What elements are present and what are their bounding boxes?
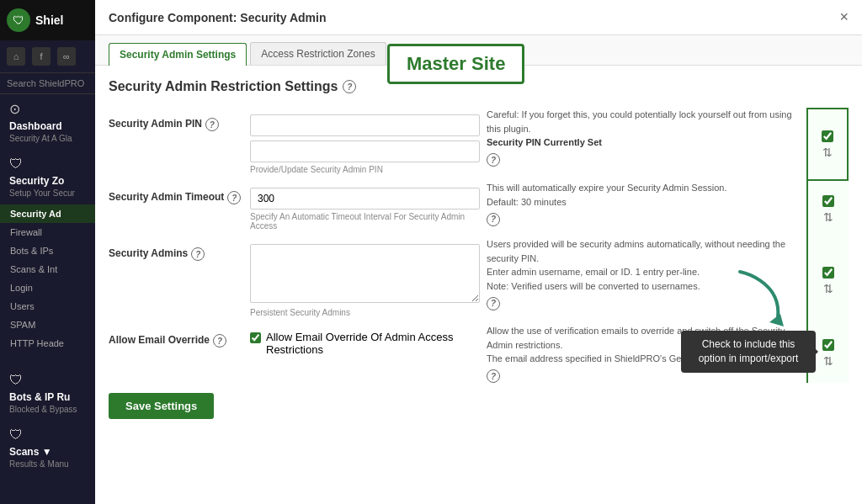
sidebar-item-dashboard[interactable]: ⊙ Dashboard Security At A Gla: [0, 94, 95, 150]
bots-ip-ru-label: Bots & IP Ru: [9, 391, 88, 403]
http-head-label: HTTP Heade: [10, 338, 64, 348]
firewall-label: Firewall: [10, 227, 42, 237]
home-icon[interactable]: ⌂: [7, 47, 25, 66]
search-label: Search ShieldPRO: [7, 78, 88, 88]
pin-desc-help[interactable]: ?: [487, 153, 500, 167]
admins-input-area: Persistent Security Admins: [243, 237, 487, 324]
admins-label: Security Admins ?: [109, 237, 243, 324]
admins-checkbox[interactable]: [822, 267, 834, 279]
email-override-input-area: Allow Email Override Of Admin Access Res…: [243, 324, 487, 383]
master-site-badge: Master Site: [387, 44, 524, 84]
pin-input-1[interactable]: [250, 114, 480, 136]
pin-desc-bold: Security PIN Currently Set: [487, 135, 806, 150]
sidebar-item-scans-bottom[interactable]: 🛡 Scans ▼ Results & Manu: [0, 421, 95, 475]
sidebar-item-http-head[interactable]: HTTP Heade: [0, 334, 95, 353]
arrow-indicator: [732, 263, 790, 333]
logo-text: Shiel: [35, 13, 63, 27]
timeout-hint: Specify An Automatic Timeout Interval Fo…: [250, 212, 480, 231]
spam-label: SPAM: [10, 320, 35, 330]
scans-label: Scans & Int: [10, 264, 57, 274]
admins-action: ⇅: [806, 237, 849, 324]
bots-ips-label: Bots & IPs: [10, 246, 53, 256]
close-button[interactable]: ×: [839, 8, 849, 26]
save-button[interactable]: Save Settings: [109, 393, 214, 419]
sidebar-nav: ⊙ Dashboard Security At A Gla 🛡 Security…: [0, 94, 95, 504]
timeout-checkbox[interactable]: [822, 195, 834, 207]
email-override-sort-icon[interactable]: ⇅: [823, 354, 833, 368]
email-override-action-checkbox[interactable]: [822, 339, 834, 351]
sidebar-item-bots-ip-ru[interactable]: 🛡 Bots & IP Ru Blocked & Bypass: [0, 366, 95, 421]
admins-hint: Persistent Security Admins: [250, 308, 480, 317]
admins-help-icon[interactable]: ?: [191, 247, 205, 261]
logo-icon: 🛡: [7, 8, 30, 32]
sidebar-item-scans[interactable]: Scans & Int: [0, 260, 95, 279]
login-label: Login: [10, 283, 33, 293]
timeout-input-area: Specify An Automatic Timeout Interval Fo…: [243, 181, 487, 237]
email-override-checkbox-label[interactable]: Allow Email Override Of Admin Access Res…: [250, 331, 480, 356]
email-override-help-icon[interactable]: ?: [213, 334, 226, 347]
timeout-help-icon[interactable]: ?: [227, 191, 241, 204]
timeout-input[interactable]: [250, 188, 480, 210]
timeout-action: ⇅: [806, 181, 849, 237]
pin-sort-icon[interactable]: ⇅: [822, 146, 833, 159]
users-label: Users: [10, 301, 35, 311]
security-zones-sub: Setup Your Secur: [9, 188, 88, 198]
master-site-label: Master Site: [407, 53, 505, 74]
security-zones-icon: 🛡: [9, 157, 88, 172]
sidebar-logo: 🛡 Shiel: [0, 0, 95, 40]
sidebar-item-spam[interactable]: SPAM: [0, 316, 95, 334]
dashboard-icon: ⊙: [9, 101, 88, 117]
email-override-checkbox[interactable]: [250, 332, 261, 343]
dashboard-label: Dashboard: [9, 120, 88, 132]
pin-label: Security Admin PIN ?: [109, 108, 243, 181]
pin-hint: Provide/Update Security Admin PIN: [250, 165, 480, 174]
email-override-desc-help[interactable]: ?: [487, 369, 500, 383]
timeout-label: Security Admin Timeout ?: [109, 181, 243, 237]
section-help-icon[interactable]: ?: [343, 80, 356, 93]
dashboard-sub: Security At A Gla: [9, 134, 88, 143]
pin-input-area: Provide/Update Security Admin PIN: [243, 108, 487, 181]
security-admin-label: Security Ad: [10, 209, 61, 219]
timeout-desc: This will automatically expire your Secu…: [487, 181, 806, 237]
sidebar-item-users[interactable]: Users: [0, 297, 95, 316]
dialog-header: Configure Component: Security Admin ×: [95, 0, 862, 35]
sidebar-item-security-admin[interactable]: Security Ad: [0, 204, 95, 223]
admins-desc-help[interactable]: ?: [487, 297, 500, 310]
tab-access-restriction-zones[interactable]: Access Restriction Zones: [250, 42, 386, 65]
timeout-desc-help[interactable]: ?: [487, 213, 500, 226]
bots-ip-ru-icon: 🛡: [9, 373, 88, 388]
tooltip-box: Check to include this option in import/e…: [681, 331, 816, 373]
scans-bottom-sub: Results & Manu: [9, 459, 88, 469]
bots-ip-ru-sub: Blocked & Bypass: [9, 405, 88, 414]
pin-help-icon[interactable]: ?: [205, 118, 219, 131]
pin-input-2[interactable]: [250, 141, 480, 162]
dialog-title: Configure Component: Security Admin: [109, 11, 326, 24]
sidebar-item-security-zones[interactable]: 🛡 Security Zo Setup Your Secur: [0, 150, 95, 204]
link-icon[interactable]: ∞: [57, 47, 76, 66]
sidebar-item-login[interactable]: Login: [0, 279, 95, 297]
sidebar-item-bots-ips[interactable]: Bots & IPs: [0, 241, 95, 260]
admins-sort-icon[interactable]: ⇅: [823, 282, 833, 295]
scans-bottom-label: Scans ▼: [9, 446, 88, 458]
content-area: Security Admin Restriction Settings ? Se…: [95, 66, 862, 504]
timeout-sort-icon[interactable]: ⇅: [823, 210, 833, 224]
tab-security-admin-settings[interactable]: Security Admin Settings: [109, 43, 247, 66]
sidebar-item-firewall[interactable]: Firewall: [0, 223, 95, 241]
sidebar-toolbar: ⌂ f ∞: [0, 40, 95, 73]
pin-desc: Careful: If you forget this, you could p…: [487, 108, 806, 181]
search-area[interactable]: Search ShieldPRO: [0, 73, 95, 94]
email-override-label: Allow Email Override ?: [109, 324, 243, 383]
security-zones-label: Security Zo: [9, 175, 88, 187]
scans-bottom-icon: 🛡: [9, 427, 88, 443]
admins-textarea[interactable]: [250, 244, 480, 303]
pin-action: ⇅: [806, 108, 849, 181]
pin-checkbox[interactable]: [822, 130, 833, 142]
social-icon[interactable]: f: [32, 47, 51, 66]
